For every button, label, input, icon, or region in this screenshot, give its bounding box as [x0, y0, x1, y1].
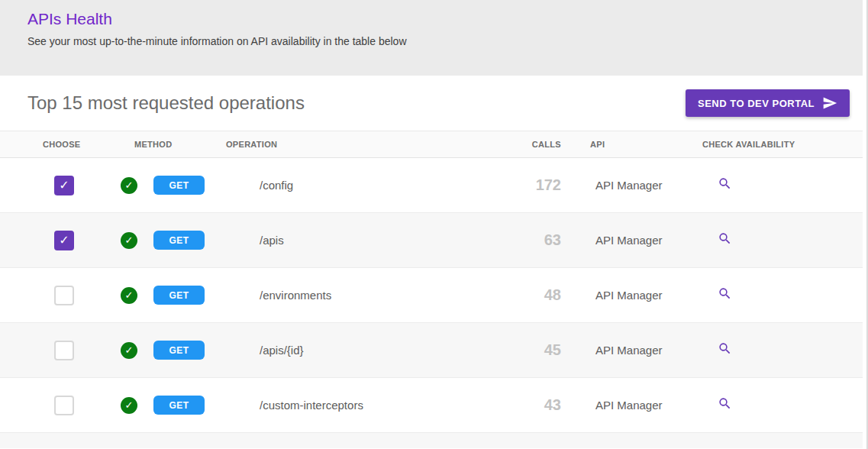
table-row: GET /apis/{id} 45 API Manager: [0, 323, 868, 378]
row-checkbox[interactable]: [54, 176, 74, 195]
card-title: Top 15 most requested operations: [27, 92, 305, 114]
column-header-choose: CHOOSE: [0, 140, 107, 149]
check-availability-search-icon[interactable]: [718, 396, 732, 411]
method-badge: GET: [153, 231, 205, 250]
send-button-label: SEND TO DEV PORTAL: [698, 98, 815, 109]
table-row: GET /apis 63 API Manager: [0, 213, 868, 268]
method-badge: GET: [153, 176, 205, 195]
table-row: GET /config 172 API Manager: [0, 158, 868, 213]
api-name: API Manager: [561, 289, 702, 302]
table-header-row: CHOOSE METHOD OPERATION CALLS API CHECK …: [0, 131, 868, 158]
api-name: API Manager: [561, 399, 702, 412]
page-title: APIs Health: [27, 10, 868, 28]
method-badge: GET: [153, 396, 205, 415]
table-body: GET /config 172 API Manager GET /apis 63…: [0, 158, 868, 433]
operation-path: /apis: [226, 234, 519, 247]
apis-health-page: APIs Health See your most up-to-the-minu…: [0, 0, 868, 449]
row-checkbox[interactable]: [54, 286, 74, 305]
calls-count: 48: [519, 286, 561, 304]
operations-card: Top 15 most requested operations SEND TO…: [0, 76, 868, 448]
calls-count: 172: [519, 176, 561, 194]
table-row: GET /environments 48 API Manager: [0, 268, 868, 323]
send-icon: [822, 95, 837, 111]
calls-count: 63: [519, 231, 561, 249]
method-badge: GET: [153, 286, 205, 305]
card-header: Top 15 most requested operations SEND TO…: [0, 76, 868, 131]
page-header: APIs Health See your most up-to-the-minu…: [0, 0, 868, 76]
column-header-calls: CALLS: [519, 140, 561, 149]
next-row-partial: [0, 433, 868, 448]
method-badge: GET: [153, 341, 205, 360]
api-name: API Manager: [561, 344, 702, 357]
api-name: API Manager: [561, 179, 702, 192]
column-header-api: API: [561, 140, 702, 149]
operation-path: /apis/{id}: [226, 344, 519, 357]
send-to-dev-portal-button[interactable]: SEND TO DEV PORTAL: [686, 89, 850, 117]
scrollbar[interactable]: [863, 0, 868, 449]
operation-path: /config: [226, 179, 519, 192]
column-header-method: METHOD: [134, 140, 226, 149]
operation-path: /custom-interceptors: [226, 399, 519, 412]
column-header-operation: OPERATION: [226, 140, 519, 149]
row-checkbox[interactable]: [54, 231, 74, 250]
calls-count: 43: [519, 396, 561, 414]
api-name: API Manager: [561, 234, 702, 247]
row-checkbox[interactable]: [54, 341, 74, 360]
check-availability-search-icon[interactable]: [718, 286, 732, 301]
check-availability-search-icon[interactable]: [718, 176, 732, 191]
table-row: GET /custom-interceptors 43 API Manager: [0, 378, 868, 433]
page-subtitle: See your most up-to-the-minute informati…: [27, 35, 868, 47]
check-availability-search-icon[interactable]: [718, 341, 732, 356]
calls-count: 45: [519, 341, 561, 359]
check-availability-search-icon[interactable]: [718, 231, 732, 246]
operation-path: /environments: [226, 289, 519, 302]
column-header-check-availability: CHECK AVAILABILITY: [702, 140, 868, 149]
row-checkbox[interactable]: [54, 396, 74, 415]
